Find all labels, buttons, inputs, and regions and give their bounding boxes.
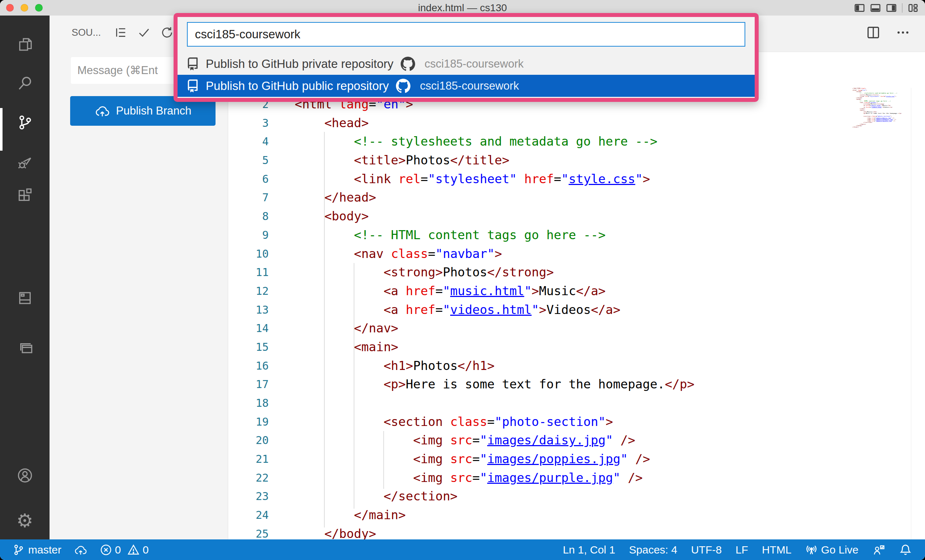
code-line[interactable]: 12 <a href="music.html">Music</a>	[228, 282, 694, 300]
line-number: 10	[228, 245, 269, 263]
indentation-status[interactable]: Spaces: 4	[629, 544, 677, 556]
code-line[interactable]: 11 <strong>Photos</strong>	[228, 263, 694, 282]
extensions-icon[interactable]	[0, 178, 50, 213]
encoding-status[interactable]: UTF-8	[691, 544, 722, 556]
scrollbar-track[interactable]	[911, 88, 911, 539]
more-actions-icon[interactable]	[895, 25, 910, 42]
view-as-tree-icon[interactable]	[114, 26, 128, 39]
code-line[interactable]: 3 <head>	[228, 114, 694, 133]
branch-status[interactable]: master	[12, 544, 62, 556]
quick-pick-item-description: csci185-coursework	[425, 57, 524, 71]
cloud-upload-icon	[94, 104, 110, 118]
quick-pick-item[interactable]: Publish to GitHub private repositorycsci…	[178, 53, 755, 75]
code-line[interactable]: 19 <section class="photo-section">	[228, 413, 694, 431]
line-number: 17	[228, 375, 269, 394]
code-line[interactable]: 8 <body>	[228, 207, 694, 226]
code-line[interactable]: 18	[228, 394, 694, 413]
code-line[interactable]: 17 <p>Here is some text for the homepage…	[228, 375, 694, 394]
split-editor-icon[interactable]	[866, 25, 881, 42]
code-line[interactable]: 21 <img src="images/poppies.jpg" />	[228, 450, 694, 468]
quick-pick-list: Publish to GitHub private repositorycsci…	[178, 53, 755, 97]
code-line[interactable]: 16 <h1>Photos</h1>	[228, 357, 694, 375]
warnings-icon	[127, 544, 140, 556]
errors-icon	[100, 544, 112, 556]
source-control-title: SOU...	[72, 27, 101, 38]
line-number: 8	[228, 207, 269, 226]
repo-icon	[186, 80, 199, 93]
code-line[interactable]: 7 </head>	[228, 188, 694, 207]
publish-changes-status[interactable]	[74, 544, 87, 556]
code-line[interactable]: 14 </nav>	[228, 319, 694, 338]
minimap[interactable]: <!DOCTYPE html><html lang="en"> <head> <…	[852, 88, 925, 183]
quick-pick-item-label: Publish to GitHub private repository	[206, 57, 393, 71]
line-number: 24	[228, 506, 269, 525]
settings-gear-icon[interactable]: ⚙	[0, 503, 50, 538]
code-line[interactable]: 10 <nav class="navbar">	[228, 245, 694, 263]
publish-branch-label: Publish Branch	[116, 104, 192, 117]
code-line[interactable]: 15 <main>	[228, 338, 694, 357]
code-line[interactable]: 20 <img src="images/daisy.jpg" />	[228, 431, 694, 450]
line-number: 22	[228, 468, 269, 487]
status-bar: master 0 0 Ln 1, Col 1 Spaces: 4 UTF-8 L…	[0, 539, 925, 560]
extension-box-icon[interactable]	[0, 281, 50, 315]
code-line[interactable]: 6 <link rel="stylesheet" href="style.css…	[228, 170, 694, 189]
notifications-bell-icon[interactable]	[899, 543, 912, 556]
broadcast-icon	[805, 544, 818, 556]
github-octocat-icon	[401, 57, 415, 71]
titlebar-separator	[902, 3, 902, 13]
toggle-secondary-sidebar-icon[interactable]	[886, 3, 897, 14]
live-preview-icon[interactable]	[0, 330, 50, 365]
warnings-count: 0	[143, 544, 149, 556]
quick-pick-item-label: Publish to GitHub public repository	[206, 79, 389, 93]
github-octocat-icon	[396, 79, 410, 93]
line-number: 16	[228, 357, 269, 375]
source-control-icon[interactable]	[0, 105, 50, 140]
feedback-icon[interactable]	[872, 543, 885, 556]
line-number: 23	[228, 487, 269, 506]
branch-name: master	[28, 544, 62, 556]
quick-pick-item[interactable]: Publish to GitHub public repositorycsci1…	[178, 75, 755, 97]
repository-name-input[interactable]	[187, 22, 745, 47]
line-number: 3	[228, 114, 269, 133]
line-number: 11	[228, 263, 269, 282]
code-lines: 2<html lang="en">3 <head>4 <!-- styleshe…	[228, 95, 694, 539]
line-number: 9	[228, 226, 269, 245]
git-branch-icon	[12, 544, 25, 556]
code-line[interactable]: 23 </section>	[228, 487, 694, 506]
eol-status[interactable]: LF	[735, 544, 748, 556]
activity-bar: ⚙	[0, 15, 50, 539]
line-number: 15	[228, 338, 269, 357]
problems-status[interactable]: 0 0	[100, 544, 149, 556]
commit-check-icon[interactable]	[137, 26, 151, 39]
line-number: 18	[228, 394, 269, 413]
code-line[interactable]: 25 </body>	[228, 525, 694, 539]
language-mode-status[interactable]: HTML	[762, 544, 792, 556]
toggle-primary-sidebar-icon[interactable]	[854, 3, 865, 14]
code-line[interactable]: 13 <a href="videos.html">Videos</a>	[228, 300, 694, 319]
vscode-window: index.html — cs130 ⚙ SOU...	[0, 0, 925, 560]
explorer-icon[interactable]	[0, 27, 50, 62]
line-number: 21	[228, 450, 269, 468]
cursor-position-status[interactable]: Ln 1, Col 1	[563, 544, 615, 556]
toggle-panel-icon[interactable]	[870, 3, 881, 14]
code-line[interactable]: 24 </main>	[228, 506, 694, 525]
search-icon[interactable]	[0, 66, 50, 101]
code-line[interactable]: 4 <!-- stylesheets and metadata go here …	[228, 132, 694, 151]
line-number: 7	[228, 188, 269, 207]
refresh-icon[interactable]	[160, 26, 174, 39]
line-number: 13	[228, 300, 269, 319]
line-number: 4	[228, 132, 269, 151]
publish-quick-pick: Publish to GitHub private repositorycsci…	[173, 13, 759, 102]
code-line[interactable]: 9 <!-- HTML content tags go here -->	[228, 226, 694, 245]
code-line[interactable]: 5 <title>Photos</title>	[228, 151, 694, 170]
customize-layout-icon[interactable]	[908, 3, 919, 14]
run-debug-icon[interactable]	[0, 145, 50, 180]
code-line[interactable]: 22 <img src="images/purple.jpg" />	[228, 468, 694, 487]
code-editor[interactable]: 2<html lang="en">3 <head>4 <!-- styleshe…	[228, 52, 925, 539]
quick-pick-item-description: csci185-coursework	[420, 80, 519, 93]
account-icon[interactable]	[0, 458, 50, 493]
errors-count: 0	[115, 544, 121, 556]
line-number: 12	[228, 282, 269, 300]
go-live-status[interactable]: Go Live	[805, 544, 859, 556]
line-number: 19	[228, 413, 269, 431]
